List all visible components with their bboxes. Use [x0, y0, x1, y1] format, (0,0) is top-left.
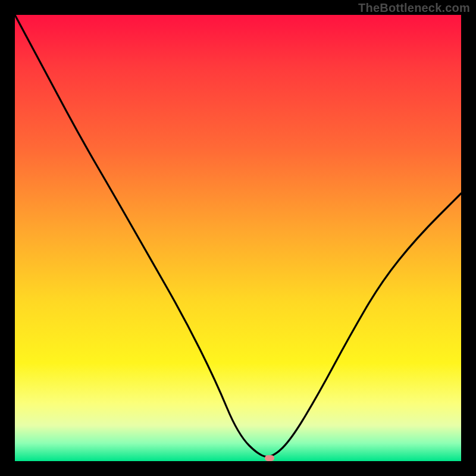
- watermark-text: TheBottleneck.com: [358, 1, 470, 15]
- curve-svg: [15, 15, 461, 461]
- minimum-marker: [265, 455, 274, 461]
- bottleneck-curve: [15, 15, 461, 457]
- plot-area: [15, 15, 461, 461]
- chart-stage: TheBottleneck.com: [0, 0, 476, 476]
